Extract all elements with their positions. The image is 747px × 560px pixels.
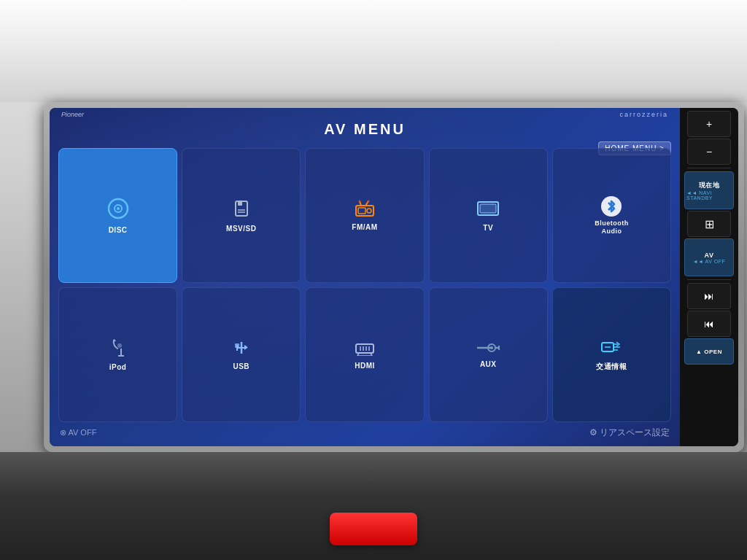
menu-item-aux[interactable]: AUX <box>429 287 548 422</box>
divider-2 <box>687 279 731 280</box>
svg-point-13 <box>367 201 369 203</box>
eject-label: ▲ OPEN <box>696 349 722 355</box>
skip-back-button[interactable]: ⏮ <box>687 311 731 337</box>
svg-point-9 <box>367 209 371 213</box>
page-title: AV MENU <box>50 121 680 138</box>
menu-item-tv[interactable]: TV <box>429 148 548 283</box>
menu-item-ipod[interactable]: iPod <box>58 287 177 422</box>
av-screen: Pioneer carrozzeria AV MENU HOME MENU > <box>50 108 680 446</box>
vol-up-button[interactable]: + <box>687 111 731 137</box>
top-blur <box>0 0 747 102</box>
aux-label: AUX <box>480 360 497 368</box>
menu-item-traffic[interactable]: 交通情報 <box>552 287 671 422</box>
svg-point-12 <box>358 201 360 203</box>
grid-icon: ⊞ <box>705 217 714 231</box>
hazard-button[interactable] <box>330 513 417 545</box>
vol-up-icon: + <box>706 118 712 130</box>
traffic-icon <box>600 338 622 359</box>
tv-icon <box>476 199 500 221</box>
svg-point-2 <box>117 207 120 210</box>
vol-down-button[interactable]: − <box>687 139 731 165</box>
menu-item-usb[interactable]: USB <box>182 287 301 422</box>
skip-forward-icon: ⏭ <box>704 290 714 302</box>
menu-item-fm-am[interactable]: FM/AM <box>305 148 424 283</box>
brand-pioneer: Pioneer <box>61 111 84 118</box>
skip-back-icon: ⏮ <box>704 318 714 330</box>
ipod-icon <box>111 338 125 360</box>
av-main-label: AV <box>705 252 714 259</box>
tv-label: TV <box>483 224 493 232</box>
av-sub-label: ◄◄ AV OFF <box>693 259 726 264</box>
msv-icon <box>231 198 252 222</box>
unit-inner: Pioneer carrozzeria AV MENU HOME MENU > <box>50 108 738 446</box>
svg-rect-15 <box>480 204 496 213</box>
brand-bar: Pioneer carrozzeria <box>50 108 680 121</box>
rear-settings-button[interactable]: ⚙ リアスペース設定 <box>589 427 670 439</box>
navi-main-label: 現在地 <box>699 181 720 190</box>
bluetooth-icon <box>601 196 622 217</box>
divider-1 <box>687 168 731 168</box>
av-off-button[interactable]: ⊗ AV OFF <box>60 428 96 438</box>
navi-standby-button[interactable]: 現在地 ◄◄ NAVI STANDBY <box>684 171 734 209</box>
msv-label: MSV/SD <box>226 225 256 233</box>
disc-label: DISC <box>109 226 128 234</box>
hdmi-icon <box>353 340 376 359</box>
fm-label: FM/AM <box>352 223 377 231</box>
menu-item-hdmi[interactable]: HDMI <box>305 287 424 422</box>
svg-rect-4 <box>238 201 242 206</box>
navi-sub-label: ◄◄ NAVI STANDBY <box>686 190 732 201</box>
svg-rect-8 <box>358 208 365 214</box>
vol-down-icon: − <box>706 146 712 158</box>
svg-point-34 <box>490 346 493 349</box>
svg-rect-27 <box>356 344 374 353</box>
usb-label: USB <box>233 362 249 370</box>
svg-point-17 <box>117 343 122 348</box>
menu-item-bluetooth[interactable]: BluetoothAudio <box>552 148 671 283</box>
skip-forward-button[interactable]: ⏭ <box>687 283 731 309</box>
menu-grid-button[interactable]: ⊞ <box>687 211 731 237</box>
brand-carrozzeria: carrozzeria <box>619 111 668 118</box>
menu-grid: DISC MSV/SD <box>50 148 680 422</box>
bottom-bar: ⊗ AV OFF ⚙ リアスペース設定 <box>50 422 680 443</box>
button-panel: + − 現在地 ◄◄ NAVI STANDBY ⊞ AV ◄◄ AV OFF ⏭ <box>680 108 738 446</box>
head-unit-frame: Pioneer carrozzeria AV MENU HOME MENU > <box>44 102 744 452</box>
hdmi-label: HDMI <box>355 362 375 370</box>
ipod-label: iPod <box>109 363 127 371</box>
disc-icon <box>107 197 130 223</box>
fm-icon <box>354 200 376 220</box>
menu-item-disc[interactable]: DISC <box>58 148 177 283</box>
menu-item-msv-sd[interactable]: MSV/SD <box>182 148 301 283</box>
aux-icon <box>476 341 500 357</box>
bluetooth-label: BluetoothAudio <box>595 219 629 236</box>
traffic-label: 交通情報 <box>596 362 627 372</box>
av-button[interactable]: AV ◄◄ AV OFF <box>684 238 734 276</box>
below-unit <box>0 452 747 560</box>
eject-button[interactable]: ▲ OPEN <box>684 338 734 365</box>
usb-icon <box>231 339 252 359</box>
